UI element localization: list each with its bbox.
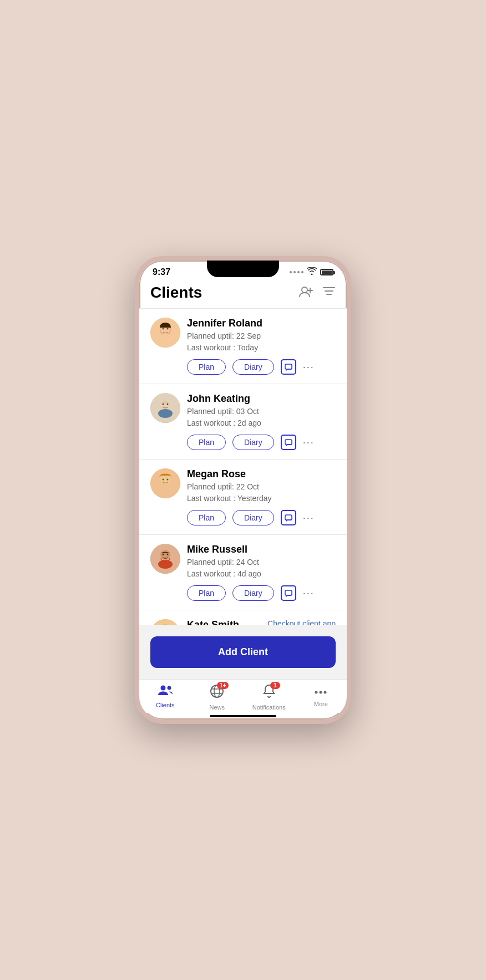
tab-bar: Clients 1+ News bbox=[139, 679, 347, 713]
client-info: Megan Rose Planned uptil: 22 Oct Last wo… bbox=[187, 468, 336, 504]
client-item: Megan Rose Planned uptil: 22 Oct Last wo… bbox=[139, 460, 347, 535]
svg-point-40 bbox=[324, 691, 327, 694]
client-actions: Plan Diary ··· bbox=[150, 435, 336, 450]
client-top: Jennifer Roland Planned uptil: 22 Sep La… bbox=[150, 318, 336, 354]
checkout-link[interactable]: Checkout client app bbox=[267, 619, 336, 625]
client-planned: Planned uptil: 22 Sep bbox=[187, 330, 336, 342]
svg-point-38 bbox=[315, 691, 318, 694]
filter-icon[interactable] bbox=[322, 285, 336, 300]
client-planned: Planned uptil: 22 Oct bbox=[187, 481, 336, 493]
more-options-icon[interactable]: ··· bbox=[303, 588, 315, 599]
add-client-section: Add Client bbox=[139, 625, 347, 679]
client-actions: Plan Diary ··· bbox=[150, 359, 336, 375]
client-actions: Plan Diary ··· bbox=[150, 585, 336, 601]
signal-icon bbox=[290, 271, 303, 273]
avatar bbox=[150, 468, 180, 498]
plan-button[interactable]: Plan bbox=[187, 359, 226, 375]
svg-point-10 bbox=[163, 404, 164, 405]
chat-icon[interactable] bbox=[281, 510, 296, 525]
svg-point-0 bbox=[302, 287, 307, 293]
tab-news[interactable]: 1+ News bbox=[191, 684, 244, 711]
notch bbox=[207, 261, 279, 277]
client-info: Jennifer Roland Planned uptil: 22 Sep La… bbox=[187, 318, 336, 354]
screen-content: Clients bbox=[139, 279, 347, 719]
more-options-icon[interactable]: ··· bbox=[303, 361, 315, 373]
svg-point-32 bbox=[160, 686, 165, 691]
status-time: 9:37 bbox=[153, 267, 170, 277]
add-client-button[interactable]: Add Client bbox=[150, 636, 336, 668]
tab-notifications[interactable]: 1 Notifications bbox=[243, 684, 295, 711]
client-last-workout: Last workout : Yesterday bbox=[187, 493, 336, 504]
notifications-badge: 1 bbox=[270, 682, 280, 689]
tab-clients[interactable]: Clients bbox=[139, 684, 191, 711]
client-name: Kate Smith bbox=[187, 619, 261, 625]
add-client-icon[interactable] bbox=[299, 285, 313, 300]
tab-news-label: News bbox=[209, 704, 225, 711]
client-name: Jennifer Roland bbox=[187, 318, 336, 329]
svg-point-11 bbox=[167, 404, 169, 405]
client-info: Mike Russell Planned uptil: 24 Oct Last … bbox=[187, 544, 336, 580]
svg-point-24 bbox=[158, 560, 173, 569]
client-actions: Plan Diary ··· bbox=[150, 510, 336, 525]
avatar bbox=[150, 619, 180, 625]
svg-point-12 bbox=[158, 409, 173, 418]
svg-rect-25 bbox=[285, 590, 292, 595]
client-planned: Planned uptil: 24 Oct bbox=[187, 557, 336, 568]
more-options-icon[interactable]: ··· bbox=[303, 512, 315, 524]
client-info: Kate Smith Planned uptil: 11 Dec Last wo… bbox=[187, 619, 261, 625]
chat-icon[interactable] bbox=[281, 435, 296, 450]
diary-button[interactable]: Diary bbox=[232, 435, 274, 450]
client-item: Mike Russell Planned uptil: 24 Oct Last … bbox=[139, 535, 347, 610]
client-list: Jennifer Roland Planned uptil: 22 Sep La… bbox=[139, 309, 347, 625]
more-options-icon[interactable]: ··· bbox=[303, 437, 315, 448]
plan-button[interactable]: Plan bbox=[187, 585, 226, 601]
diary-button[interactable]: Diary bbox=[232, 359, 274, 375]
client-item: Kate Smith Planned uptil: 11 Dec Last wo… bbox=[139, 610, 347, 625]
svg-rect-7 bbox=[285, 364, 292, 369]
page-title: Clients bbox=[150, 284, 202, 302]
svg-rect-13 bbox=[285, 440, 292, 445]
avatar bbox=[150, 318, 180, 348]
avatar bbox=[150, 393, 180, 423]
phone-frame: 9:37 Clients bbox=[135, 256, 351, 724]
client-name: Mike Russell bbox=[187, 544, 336, 555]
svg-point-6 bbox=[158, 334, 173, 343]
client-last-workout: Last workout : 2d ago bbox=[187, 417, 336, 429]
svg-point-4 bbox=[163, 328, 164, 330]
plan-button[interactable]: Plan bbox=[187, 435, 226, 450]
svg-point-33 bbox=[167, 686, 171, 690]
chat-icon[interactable] bbox=[281, 585, 296, 601]
status-icons bbox=[290, 267, 333, 277]
tab-more-label: More bbox=[314, 701, 328, 707]
svg-point-26 bbox=[150, 619, 180, 625]
more-icon bbox=[313, 684, 328, 698]
news-icon: 1+ bbox=[210, 684, 224, 702]
client-item: John Keating Planned uptil: 03 Oct Last … bbox=[139, 384, 347, 460]
chat-icon[interactable] bbox=[281, 359, 296, 375]
client-top: John Keating Planned uptil: 03 Oct Last … bbox=[150, 393, 336, 429]
header: Clients bbox=[139, 279, 347, 309]
client-name: Megan Rose bbox=[187, 468, 336, 480]
client-last-workout: Last workout : Today bbox=[187, 342, 336, 354]
client-last-workout: Last workout : 4d ago bbox=[187, 568, 336, 580]
news-badge: 1+ bbox=[217, 682, 229, 689]
battery-icon bbox=[320, 269, 333, 275]
client-item: Jennifer Roland Planned uptil: 22 Sep La… bbox=[139, 309, 347, 384]
diary-button[interactable]: Diary bbox=[232, 585, 274, 601]
diary-button[interactable]: Diary bbox=[232, 510, 274, 525]
svg-point-39 bbox=[320, 691, 322, 694]
client-info: John Keating Planned uptil: 03 Oct Last … bbox=[187, 393, 336, 429]
wifi-icon bbox=[307, 267, 317, 277]
svg-point-18 bbox=[158, 484, 173, 493]
plan-button[interactable]: Plan bbox=[187, 510, 226, 525]
svg-point-17 bbox=[167, 479, 169, 481]
tab-more[interactable]: More bbox=[295, 684, 347, 711]
header-actions bbox=[299, 285, 336, 300]
svg-point-22 bbox=[163, 554, 164, 555]
client-planned: Planned uptil: 03 Oct bbox=[187, 406, 336, 417]
bell-icon: 1 bbox=[262, 684, 276, 702]
clients-icon bbox=[158, 684, 173, 700]
tab-clients-label: Clients bbox=[156, 702, 175, 708]
svg-point-5 bbox=[167, 328, 169, 330]
client-top: Megan Rose Planned uptil: 22 Oct Last wo… bbox=[150, 468, 336, 504]
